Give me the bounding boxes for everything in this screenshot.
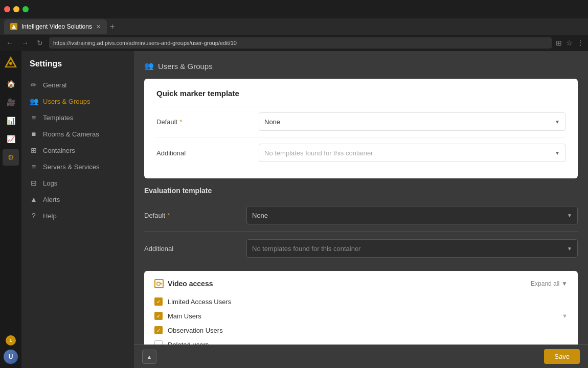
sidebar-item-containers[interactable]: ⊞ Containers — [21, 142, 134, 158]
rail-bottom-icons: 1 U — [4, 335, 18, 364]
settings-sidebar: Settings ✏ General 👥 Users & Groups ≡ Te… — [21, 51, 134, 368]
sidebar-item-alerts[interactable]: ▲ Alerts — [21, 191, 134, 208]
servers-icon: ≡ — [30, 163, 38, 171]
eval-additional-row: Additional No templates found for this c… — [144, 234, 578, 263]
quick-marker-additional-value: No templates found for this container — [264, 149, 373, 157]
address-bar: ← → ↻ ⊞ ☆ ⋮ — [0, 35, 588, 51]
quick-marker-default-row: Default * None ▼ — [156, 106, 566, 137]
url-input[interactable] — [49, 37, 552, 49]
collapse-btn[interactable]: ▲ — [142, 350, 156, 364]
sidebar-item-templates[interactable]: ≡ Templates — [21, 109, 134, 126]
eval-default-dropdown[interactable]: None ▼ — [246, 206, 578, 224]
eval-dropdown-arrow-icon: ▼ — [567, 213, 572, 218]
main-users-checkbox[interactable]: ✓ — [154, 312, 163, 320]
save-button[interactable]: Save — [544, 349, 580, 364]
icon-rail: 🏠 🎥 📊 📈 ⚙ 1 U — [0, 51, 21, 368]
tab-close-icon[interactable]: ✕ — [96, 24, 101, 30]
main-users-label: Main Users — [168, 312, 201, 320]
eval-required-star: * — [167, 212, 170, 219]
general-icon: ✏ — [30, 81, 38, 89]
refresh-btn[interactable]: ↻ — [35, 38, 45, 48]
active-tab[interactable]: Intelligent Video Solutions ✕ — [4, 19, 107, 34]
quick-marker-card: Quick marker template Default * None ▼ A… — [144, 79, 578, 178]
svg-rect-4 — [157, 282, 160, 285]
tab-bar: Intelligent Video Solutions ✕ + — [0, 18, 588, 35]
notification-badge[interactable]: 1 — [6, 335, 16, 346]
svg-marker-0 — [12, 25, 16, 29]
sidebar-item-general-label: General — [43, 81, 66, 89]
svg-point-3 — [9, 62, 12, 65]
eval-dropdown-arrow-icon-2: ▼ — [567, 246, 572, 251]
win-max-btn[interactable] — [22, 6, 29, 12]
rooms-cameras-icon: ■ — [30, 130, 38, 138]
quick-marker-additional-row: Additional No templates found for this c… — [156, 137, 566, 168]
bottom-bar: ▲ Save — [134, 344, 588, 368]
sidebar-item-rooms-cameras-label: Rooms & Cameras — [43, 130, 99, 138]
eval-additional-dropdown[interactable]: No templates found for this container ▼ — [246, 239, 578, 258]
observation-users-label: Observation Users — [168, 327, 223, 334]
quick-marker-additional-dropdown[interactable]: No templates found for this container ▼ — [259, 144, 566, 162]
limited-access-label: Limited Access Users — [168, 298, 231, 306]
forward-btn[interactable]: → — [19, 38, 31, 48]
rail-analytics-icon[interactable]: 📈 — [3, 131, 19, 147]
sidebar-item-help[interactable]: ? Help — [21, 208, 134, 224]
eval-default-row: Default * None ▼ — [144, 201, 578, 229]
sidebar-item-help-label: Help — [43, 212, 57, 220]
page-header-icon: 👥 — [144, 61, 154, 71]
quick-marker-additional-label: Additional — [156, 149, 259, 157]
sidebar-item-users-groups[interactable]: 👥 Users & Groups — [21, 93, 134, 109]
sidebar-item-containers-label: Containers — [43, 147, 75, 154]
rail-stats-icon[interactable]: 📊 — [3, 112, 19, 129]
sidebar-title: Settings — [21, 59, 134, 77]
dropdown-arrow-icon: ▼ — [555, 119, 560, 125]
win-min-btn[interactable] — [13, 6, 19, 12]
observation-users-row[interactable]: ✓ Observation Users — [154, 323, 568, 337]
templates-icon: ≡ — [30, 113, 38, 122]
sidebar-item-rooms-cameras[interactable]: ■ Rooms & Cameras — [21, 126, 134, 142]
sidebar-item-logs[interactable]: ⊟ Logs — [21, 175, 134, 191]
dropdown-arrow-icon-2: ▼ — [555, 150, 560, 156]
main-content: 👥 Users & Groups Quick marker template D… — [134, 51, 588, 368]
win-close-btn[interactable] — [4, 6, 10, 12]
sidebar-item-servers-label: Servers & Services — [43, 163, 100, 171]
rail-home-icon[interactable]: 🏠 — [3, 76, 19, 92]
eval-additional-value: No templates found for this container — [252, 245, 360, 252]
user-avatar[interactable]: U — [4, 350, 18, 364]
quick-marker-title: Quick marker template — [156, 89, 566, 98]
observation-users-checkbox[interactable]: ✓ — [154, 326, 163, 334]
main-users-row[interactable]: ✓ Main Users ▼ — [154, 309, 568, 323]
eval-default-label: Default * — [144, 212, 246, 219]
users-groups-icon: 👥 — [30, 97, 38, 105]
logs-icon: ⊟ — [30, 179, 38, 187]
eval-additional-label: Additional — [144, 245, 246, 252]
new-tab-btn[interactable]: + — [110, 22, 115, 31]
back-btn[interactable]: ← — [4, 38, 15, 48]
bookmark-icon[interactable]: ☆ — [566, 39, 573, 47]
rail-settings-icon[interactable]: ⚙ — [3, 149, 19, 166]
app-container: 🏠 🎥 📊 📈 ⚙ 1 U Settings ✏ General 👥 Users… — [0, 51, 588, 368]
required-star: * — [179, 118, 182, 126]
menu-icon[interactable]: ⋮ — [577, 39, 584, 47]
expand-all-chevron: ▼ — [561, 280, 568, 287]
eval-divider — [144, 232, 578, 232]
page-header: 👥 Users & Groups — [144, 61, 578, 71]
quick-marker-default-label: Default * — [156, 118, 259, 126]
rail-camera-icon[interactable]: 🎥 — [3, 94, 19, 110]
eval-default-value: None — [252, 212, 268, 219]
sidebar-item-alerts-label: Alerts — [43, 196, 60, 203]
sidebar-item-servers-services[interactable]: ≡ Servers & Services — [21, 158, 134, 175]
limited-access-row[interactable]: ✓ Limited Access Users — [154, 294, 568, 309]
video-access-header: Video access Expand all ▼ — [154, 279, 568, 288]
browser-titlebar — [0, 0, 588, 18]
main-users-expand-icon[interactable]: ▼ — [562, 313, 568, 319]
extensions-icon[interactable]: ⊞ — [556, 39, 562, 47]
tab-title: Intelligent Video Solutions — [21, 23, 92, 30]
alerts-icon: ▲ — [30, 195, 38, 203]
evaluation-template-title: Evaluation template — [144, 187, 578, 195]
quick-marker-default-dropdown[interactable]: None ▼ — [259, 112, 566, 131]
limited-access-checkbox[interactable]: ✓ — [154, 297, 163, 306]
sidebar-item-general[interactable]: ✏ General — [21, 77, 134, 93]
containers-icon: ⊞ — [30, 146, 38, 154]
help-icon: ? — [30, 212, 38, 220]
expand-all-btn[interactable]: Expand all ▼ — [531, 280, 568, 287]
